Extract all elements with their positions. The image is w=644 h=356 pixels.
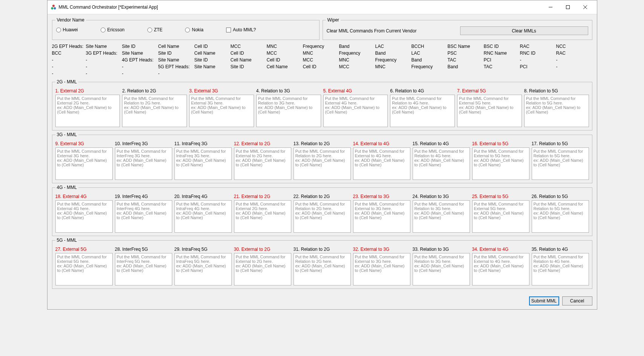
mml-textarea[interactable] <box>353 200 410 233</box>
close-button[interactable] <box>577 2 594 12</box>
mml-field-label: 3. External 3G <box>189 88 254 94</box>
mml-field-label: 22. Relation to 2G <box>294 194 351 199</box>
mml-textarea[interactable] <box>532 200 589 233</box>
mml-textarea[interactable] <box>234 253 291 285</box>
maximize-button[interactable] <box>559 2 577 12</box>
vendor-groupbox: Vendor Name HuaweiEricssonZTENokiaAuto M… <box>52 17 320 40</box>
mml-textarea[interactable] <box>115 253 172 285</box>
ept-heads-rowlabel: 3G EPT Heads: <box>86 51 122 56</box>
mml-textarea[interactable] <box>174 200 232 233</box>
mml-textarea[interactable] <box>55 200 113 233</box>
mml-textarea[interactable] <box>413 253 470 285</box>
mml-textarea[interactable] <box>390 95 455 127</box>
ept-heads-cell: - <box>122 64 158 69</box>
ept-heads-cell: MNC <box>267 44 303 49</box>
ept-heads-cell: LAC <box>375 44 411 49</box>
ept-heads-cell: NCC <box>556 44 592 49</box>
svg-point-1 <box>51 7 53 9</box>
mml-field: 9. External 3G <box>55 141 113 180</box>
mml-field: 24. Relation to 3G <box>413 194 470 233</box>
vendor-radio-zte[interactable]: ZTE <box>147 27 163 32</box>
ept-heads-cell: Band <box>448 64 484 69</box>
mml-field: 19. InterFreq 4G <box>115 194 172 233</box>
mml-field: 11. IntraFreq 3G <box>174 141 232 180</box>
ept-heads-cell: Band <box>339 44 375 49</box>
mml-section-3: 5G - MML27. External 5G28. InterFreq 5G2… <box>52 238 592 289</box>
vendor-radio-huawei[interactable]: Huawei <box>56 27 78 32</box>
vendor-radio-ericsson[interactable]: Ericsson <box>101 27 125 32</box>
mml-textarea[interactable] <box>413 200 470 233</box>
mml-textarea[interactable] <box>294 200 351 233</box>
mml-textarea[interactable] <box>55 147 113 180</box>
ept-heads-cell: - <box>122 71 158 76</box>
ept-heads-cell: MNC <box>303 51 339 56</box>
mml-field: 7. External 5G <box>457 88 522 127</box>
mml-field-label: 33. Relation to 3G <box>413 247 470 252</box>
vendor-radio-label: ZTE <box>154 27 163 32</box>
auto-mml-checkbox[interactable]: Auto MML? <box>226 27 256 32</box>
ept-heads-cell: MNC <box>339 57 375 63</box>
ept-heads-cell: RAC <box>556 51 592 56</box>
ept-heads-cell: MCC <box>303 57 339 63</box>
mml-textarea[interactable] <box>472 200 529 233</box>
mml-textarea[interactable] <box>294 253 351 285</box>
window-controls <box>542 2 594 12</box>
mml-field-label: 21. External to 2G <box>234 194 291 199</box>
ept-heads-cell: - <box>52 57 86 63</box>
mml-textarea[interactable] <box>532 147 589 180</box>
mml-field-label: 9. External 3G <box>55 141 113 146</box>
mml-field: 8. Relation to 5G <box>524 88 589 127</box>
mml-textarea[interactable] <box>457 95 522 127</box>
mml-textarea[interactable] <box>55 95 120 127</box>
mml-textarea[interactable] <box>115 147 172 180</box>
mml-field-label: 23. External to 3G <box>353 194 410 199</box>
mml-field-label: 12. External to 2G <box>234 141 291 146</box>
mml-field: 5. External 4G <box>323 88 388 127</box>
mml-textarea[interactable] <box>115 200 172 233</box>
mml-textarea[interactable] <box>353 147 410 180</box>
ept-heads-cell: RNC ID <box>520 51 556 56</box>
ept-heads-cell: PSC <box>448 51 484 56</box>
vendor-radio-nokia[interactable]: Nokia <box>185 27 203 32</box>
wiper-groupbox: Wiper Clear MML Commands From Current Ve… <box>323 17 592 40</box>
ept-heads-cell: Site ID <box>158 51 194 56</box>
svg-rect-4 <box>566 6 569 9</box>
cancel-button[interactable]: Cancel <box>562 296 592 305</box>
mml-textarea[interactable] <box>472 253 529 285</box>
mml-textarea[interactable] <box>174 253 232 285</box>
mml-textarea[interactable] <box>353 253 410 285</box>
mml-textarea[interactable] <box>472 147 529 180</box>
clear-mmls-button[interactable]: Clear MMLs <box>460 26 588 35</box>
ept-heads-cell: Band <box>375 51 411 56</box>
ept-heads-cell: - <box>86 57 122 63</box>
mml-textarea[interactable] <box>294 147 351 180</box>
mml-field-label: 27. External 5G <box>55 247 113 252</box>
ept-heads-cell: MCC <box>231 44 267 49</box>
ept-heads-cell: RNC Name <box>484 51 520 56</box>
mml-textarea[interactable] <box>323 95 388 127</box>
ept-heads-cell: PCI <box>484 57 520 63</box>
mml-textarea[interactable] <box>413 147 470 180</box>
mml-textarea[interactable] <box>256 95 321 127</box>
mml-textarea[interactable] <box>189 95 254 127</box>
mml-textarea[interactable] <box>524 95 589 127</box>
mml-field-label: 19. InterFreq 4G <box>115 194 172 199</box>
mml-textarea[interactable] <box>174 147 232 180</box>
mml-textarea[interactable] <box>122 95 187 127</box>
submit-mml-button[interactable]: Submit MML <box>529 296 559 305</box>
ept-heads-cell: TAC <box>484 64 520 69</box>
mml-field: 10. InterFreq 3G <box>115 141 172 180</box>
minimize-button[interactable] <box>542 2 559 12</box>
mml-textarea[interactable] <box>234 147 291 180</box>
mml-field: 27. External 5G <box>55 247 113 285</box>
mml-textarea[interactable] <box>532 253 589 285</box>
ept-heads-cell: Frequency <box>375 57 411 63</box>
mml-field-label: 20. IntraFreq 4G <box>174 194 232 199</box>
mml-field: 17. Relation to 5G <box>532 141 589 180</box>
mml-field: 28. InterFreq 5G <box>115 247 172 285</box>
mml-textarea[interactable] <box>234 200 291 233</box>
ept-heads-cell: MNC <box>375 64 411 69</box>
mml-field: 14. External to 4G <box>353 141 410 180</box>
ept-heads-cell: BSC Name <box>448 44 484 49</box>
mml-textarea[interactable] <box>55 253 113 285</box>
